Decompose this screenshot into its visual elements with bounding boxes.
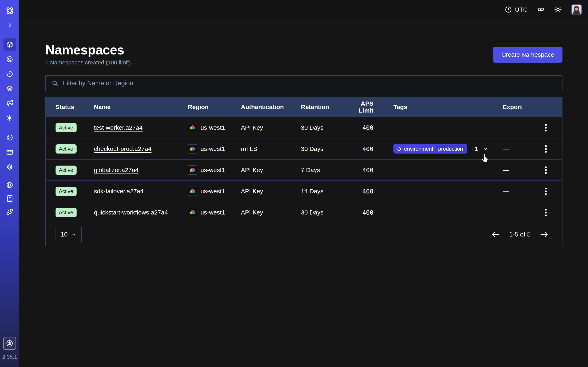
region-label: us-west1 xyxy=(200,209,225,216)
sidebar-item-support[interactable] xyxy=(0,178,19,192)
sidebar-item-nexus[interactable] xyxy=(0,96,19,110)
tag-chip[interactable]: environment production xyxy=(393,144,467,154)
pagination-bar: 10 1-5 of 5 xyxy=(46,223,562,246)
status-badge: Active xyxy=(56,123,77,132)
export-value: — xyxy=(503,124,540,131)
main-content: Namespaces 5 Namespaces created (100 lim… xyxy=(19,19,588,246)
row-menu-button[interactable] xyxy=(540,164,552,176)
namespace-link[interactable]: checkout-prod.a27a4 xyxy=(94,145,151,152)
export-value: — xyxy=(503,209,540,216)
aps-limit-value: 400 xyxy=(347,124,393,131)
export-value: — xyxy=(503,145,540,152)
table-row: Active checkout-prod.a27a4 us-west1 mTLS… xyxy=(46,138,562,159)
region-label: us-west1 xyxy=(200,124,225,131)
status-badge: Active xyxy=(56,208,77,217)
region-label: us-west1 xyxy=(200,145,225,152)
col-status: Status xyxy=(56,104,94,110)
arrow-left-icon xyxy=(491,230,500,239)
chevron-down-icon xyxy=(71,232,77,237)
sidebar-divider xyxy=(0,176,19,176)
row-menu-button[interactable] xyxy=(540,143,552,155)
glasses-icon xyxy=(537,6,545,13)
region-label: us-west1 xyxy=(200,167,225,174)
search-icon xyxy=(52,80,58,87)
sidebar-item-docs[interactable] xyxy=(0,192,19,205)
gcp-cloud-icon xyxy=(188,187,197,196)
dollar-badge-icon xyxy=(6,340,13,347)
arrow-right-icon xyxy=(540,230,549,239)
aps-limit-value: 400 xyxy=(347,167,393,174)
timer-icon xyxy=(6,70,13,77)
sidebar: 2.35.1 xyxy=(0,0,19,367)
topbar: UTC xyxy=(19,0,588,19)
temporal-logo[interactable] xyxy=(0,4,19,17)
temporal-logo-icon xyxy=(5,6,15,16)
page-title: Namespaces xyxy=(45,43,131,57)
chevron-down-icon xyxy=(482,146,488,152)
credits-button[interactable] xyxy=(3,337,16,350)
timezone-selector[interactable]: UTC xyxy=(505,6,527,13)
avatar-image xyxy=(572,5,581,15)
filter-bar[interactable] xyxy=(45,75,562,91)
sidebar-item-deployments[interactable] xyxy=(0,81,19,96)
col-tags: Tags xyxy=(393,104,503,110)
auth-label: API Key xyxy=(241,124,301,131)
tag-key: environment xyxy=(404,146,433,152)
namespace-link[interactable]: quickstart-workflows.a27a4 xyxy=(94,209,168,216)
app-version: 2.35.1 xyxy=(2,354,17,360)
next-page-button[interactable] xyxy=(540,230,549,239)
col-aps-limit: APS Limit xyxy=(347,100,393,114)
retention-label: 30 Days xyxy=(301,209,347,216)
book-sparkle-icon xyxy=(6,195,13,202)
sidebar-item-namespaces[interactable] xyxy=(0,37,19,52)
pagination-range: 1-5 of 5 xyxy=(509,231,531,238)
row-menu-button[interactable] xyxy=(540,122,552,133)
sidebar-item-schedules[interactable] xyxy=(0,67,19,81)
asterisk-icon xyxy=(6,114,13,122)
region-label: us-west1 xyxy=(200,188,225,195)
aps-limit-value: 400 xyxy=(347,188,393,195)
tags-more-count[interactable]: +1 xyxy=(471,145,478,152)
aps-limit-value: 400 xyxy=(347,145,393,152)
sidebar-item-batch[interactable] xyxy=(0,110,19,125)
table-row: Active quickstart-workflows.a27a4 us-wes… xyxy=(46,202,562,223)
namespace-link[interactable]: sdk-failover.a27a4 xyxy=(94,188,144,194)
page-size-select[interactable]: 10 xyxy=(56,227,82,242)
sidebar-item-settings[interactable] xyxy=(0,159,19,174)
row-menu-button[interactable] xyxy=(540,207,552,218)
labs-toggle-button[interactable] xyxy=(537,6,545,13)
gcp-cloud-icon xyxy=(188,144,197,154)
tag-value: production xyxy=(436,145,465,152)
swirl-icon xyxy=(6,56,13,63)
namespace-link[interactable]: test-worker.a27a4 xyxy=(94,124,143,131)
previous-page-button[interactable] xyxy=(491,230,500,239)
auth-label: API Key xyxy=(241,209,301,216)
namespace-link[interactable]: globalizer.a27a4 xyxy=(94,167,139,173)
sidebar-expand-button[interactable] xyxy=(0,20,19,31)
gcp-cloud-icon xyxy=(188,123,197,132)
page-size-value: 10 xyxy=(61,231,68,238)
namespaces-table: Status Name Region Authentication Retent… xyxy=(45,97,562,246)
create-namespace-button[interactable]: Create Namespace xyxy=(493,47,562,63)
col-retention: Retention xyxy=(301,104,347,110)
filter-input[interactable] xyxy=(62,79,556,87)
sidebar-item-quickstart[interactable] xyxy=(0,205,19,218)
sidebar-item-billing[interactable] xyxy=(0,145,19,159)
tag-icon xyxy=(396,146,402,151)
table-header: Status Name Region Authentication Retent… xyxy=(46,97,562,117)
gcp-cloud-icon xyxy=(188,165,197,175)
row-menu-button[interactable] xyxy=(540,185,552,197)
col-authentication: Authentication xyxy=(241,104,301,110)
table-row: Active globalizer.a27a4 us-west1 API Key… xyxy=(46,159,562,180)
cube-icon xyxy=(6,41,13,48)
timezone-label: UTC xyxy=(515,6,527,13)
aps-limit-value: 400 xyxy=(347,209,393,216)
status-badge: Active xyxy=(56,144,77,154)
user-avatar[interactable] xyxy=(571,4,582,15)
theme-toggle-button[interactable] xyxy=(554,6,562,13)
tags-expand-button[interactable] xyxy=(482,146,488,152)
sidebar-item-workflows[interactable] xyxy=(0,52,19,67)
table-row: Active test-worker.a27a4 us-west1 API Ke… xyxy=(46,117,562,138)
sidebar-item-usage[interactable] xyxy=(0,130,19,145)
col-region: Region xyxy=(188,104,241,110)
